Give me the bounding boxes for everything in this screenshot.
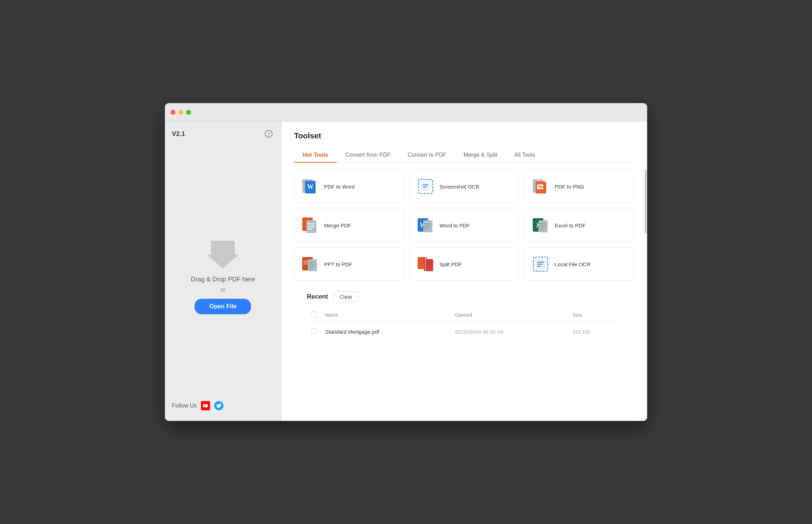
version-label: V2.1 [172,130,185,138]
svg-rect-45 [537,266,541,267]
pdf-to-word-icon: W [301,178,318,195]
clear-button[interactable]: Clear [334,291,358,302]
ppt-to-pdf-icon [301,256,318,273]
local-ocr-icon [532,256,549,273]
tab-convert-to-pdf[interactable]: Convert to PDF [399,148,455,162]
tool-screenshot-ocr[interactable]: Screenshot OCR [410,170,519,203]
row-checkbox-cell [307,322,321,342]
file-opened: 2023/06/09 06:35:10 [450,322,568,342]
table-row[interactable]: Standard Mortgage.pdf 2023/06/09 06:35:1… [307,322,622,342]
scrollbar-thumb[interactable] [645,170,647,233]
recent-table: Name Opened Size Standa [307,308,622,342]
twitter-icon[interactable] [214,401,223,410]
word-to-pdf-icon: W [417,217,434,234]
svg-rect-9 [423,186,427,187]
column-checkbox [307,308,321,322]
tools-area: W PDF to Word [281,163,647,421]
traffic-lights [171,110,191,115]
svg-text:W: W [307,183,314,190]
pdf-to-png-label: PDF to PNG [555,184,584,190]
sidebar-top: V2.1 [172,129,274,139]
follow-us-text: Follow Us [172,403,197,409]
word-to-pdf-label: Word to PDF [440,222,470,228]
sidebar-footer: Follow Us [172,394,274,410]
recent-section: Recent Clear Name Opened [294,291,634,349]
right-panel-scroll: W PDF to Word [281,163,647,421]
drop-text: Drag & Drop PDF here [191,276,255,283]
column-name: Name [321,308,450,322]
svg-marker-2 [207,240,239,268]
panel-header: Toolset Hot Tools Convert from PDF Conve… [281,121,647,163]
youtube-icon[interactable] [201,401,210,410]
file-size: 292 KB [568,322,622,342]
svg-rect-43 [537,262,544,263]
header-checkbox[interactable] [311,311,317,317]
titlebar [165,103,647,121]
ppt-to-pdf-label: PPT to PDF [324,261,352,267]
excel-to-pdf-label: Excel to PDF [555,222,586,228]
pdf-to-word-label: PDF to Word [324,184,354,190]
tool-word-to-pdf[interactable]: W Word to PDF [410,209,519,242]
excel-to-pdf-icon: X [532,217,549,234]
tool-local-file-ocr[interactable]: Local File OCR [525,248,634,281]
merge-pdf-label: Merge PDF [324,222,351,228]
svg-point-1 [269,136,269,136]
screenshot-ocr-label: Screenshot OCR [440,184,479,190]
split-pdf-label: Split PDF [440,261,462,267]
tool-pdf-to-word[interactable]: W PDF to Word [294,170,404,203]
row-checkbox[interactable] [311,328,317,334]
drop-zone[interactable]: Drag & Drop PDF here or Open File [191,160,255,394]
maximize-button[interactable] [186,110,191,115]
tab-all-tools[interactable]: All Tools [506,148,544,162]
tool-split-pdf[interactable]: Split PDF [410,248,519,281]
merge-pdf-icon [301,217,318,234]
column-opened: Opened [450,308,568,322]
tool-excel-to-pdf[interactable]: X Excel to PDF [525,209,634,242]
open-file-button[interactable]: Open File [195,299,251,314]
toolset-title: Toolset [294,131,634,141]
help-icon[interactable] [263,129,274,139]
local-ocr-label: Local File OCR [555,261,591,267]
pdf-to-png-icon [532,178,549,195]
svg-rect-8 [423,184,428,185]
tab-convert-from-pdf[interactable]: Convert from PDF [337,148,399,162]
tool-pdf-to-png[interactable]: PDF to PNG [525,170,634,203]
drop-or-text: or [220,287,225,293]
close-button[interactable] [171,110,175,115]
tabs: Hot Tools Convert from PDF Convert to PD… [294,148,634,163]
split-pdf-icon [417,256,434,273]
scrollbar-track [644,163,647,421]
tools-grid: W PDF to Word [294,170,634,281]
tab-hot-tools[interactable]: Hot Tools [294,148,337,162]
svg-point-14 [538,185,539,186]
screenshot-ocr-icon [417,178,434,195]
recent-header: Recent Clear [307,291,622,302]
svg-rect-44 [537,264,543,265]
sidebar: V2.1 Drag & Drop PDF here or [165,121,281,421]
file-name: Standard Mortgage.pdf [321,322,450,342]
tab-merge-split[interactable]: Merge & Split [455,148,506,162]
drop-arrow-icon [205,240,240,269]
right-panel: Toolset Hot Tools Convert from PDF Conve… [281,121,647,421]
minimize-button[interactable] [178,110,183,115]
recent-title: Recent [307,293,328,300]
tool-merge-pdf[interactable]: Merge PDF [294,209,404,242]
tool-ppt-to-pdf[interactable]: PPT to PDF [294,248,404,281]
column-size: Size [568,308,622,322]
